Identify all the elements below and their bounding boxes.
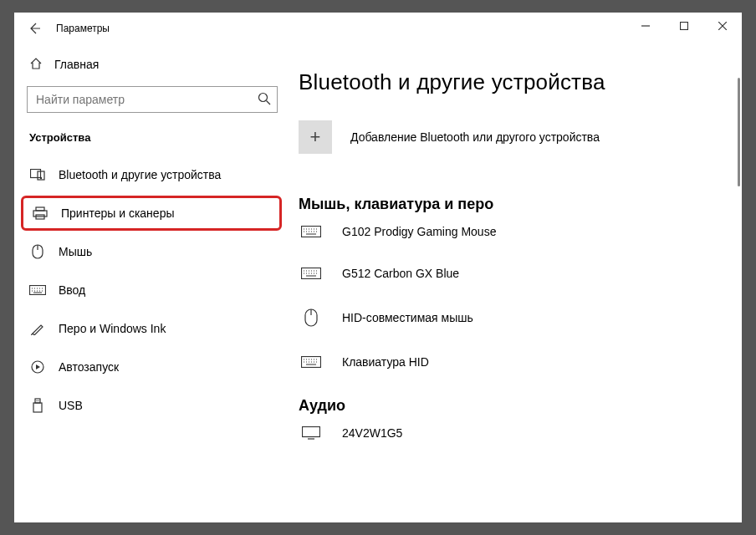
sidebar-item-usb[interactable]: USB — [14, 386, 290, 425]
svg-point-1 — [259, 94, 268, 102]
sidebar-item-label: Перо и Windows Ink — [59, 322, 166, 335]
sidebar-item-pen[interactable]: Перо и Windows Ink — [14, 309, 290, 348]
usb-icon — [29, 398, 46, 413]
add-device-label: Добавление Bluetooth или другого устройс… — [350, 130, 600, 144]
device-label: HID-совместимая мышь — [342, 311, 473, 324]
page-title: Bluetooth и другие устройства — [299, 69, 733, 95]
window-body: Главная Устройства Bluetooth и другие ус… — [14, 44, 742, 522]
section-audio: Аудио — [299, 397, 733, 415]
keyboard-icon — [29, 285, 46, 295]
sidebar-item-label: Автозапуск — [59, 360, 119, 374]
close-button[interactable] — [703, 13, 742, 39]
scrollbar[interactable] — [738, 78, 740, 186]
svg-rect-0 — [681, 23, 688, 30]
device-item[interactable]: G102 Prodigy Gaming Mouse — [299, 225, 733, 238]
sidebar-home-label: Главная — [54, 58, 99, 71]
minimize-icon — [641, 22, 650, 30]
sidebar-item-label: Ввод — [59, 283, 85, 297]
device-item[interactable]: Клавиатура HID — [299, 355, 733, 369]
sidebar-home[interactable]: Главная — [14, 48, 290, 81]
device-label: G102 Prodigy Gaming Mouse — [342, 225, 496, 238]
svg-rect-12 — [33, 403, 42, 412]
sidebar-item-label: USB — [59, 399, 83, 412]
pen-icon — [29, 322, 46, 335]
plus-icon: + — [299, 120, 332, 154]
svg-rect-2 — [31, 170, 41, 178]
sidebar-section-label: Устройства — [14, 120, 290, 155]
main-panel: Bluetooth и другие устройства + Добавлен… — [290, 44, 742, 522]
device-label: 24V2W1G5 — [342, 426, 402, 440]
autoplay-icon — [29, 360, 46, 374]
device-label: Клавиатура HID — [342, 355, 429, 369]
device-item[interactable]: G512 Carbon GX Blue — [299, 267, 733, 280]
svg-rect-9 — [30, 286, 46, 295]
sidebar-item-label: Мышь — [59, 245, 92, 258]
svg-rect-11 — [35, 399, 40, 403]
settings-window: Параметры Главная Устройства — [14, 13, 742, 522]
add-device-button[interactable]: + Добавление Bluetooth или другого устро… — [299, 120, 733, 154]
device-item[interactable]: 24V2W1G5 — [299, 426, 733, 440]
titlebar: Параметры — [14, 13, 742, 44]
sidebar-item-autoplay[interactable]: Автозапуск — [14, 348, 290, 386]
maximize-icon — [680, 22, 688, 30]
maximize-button[interactable] — [665, 13, 703, 39]
keyboard-icon — [299, 356, 324, 368]
close-icon — [718, 22, 727, 30]
sidebar-item-bluetooth[interactable]: Bluetooth и другие устройства — [14, 155, 290, 194]
device-item[interactable]: HID-совместимая мышь — [299, 308, 733, 327]
sidebar-item-typing[interactable]: Ввод — [14, 271, 290, 309]
mouse-icon — [29, 244, 46, 259]
arrow-left-icon — [28, 22, 41, 35]
section-mouse-keyboard: Мышь, клавиатура и перо — [299, 196, 733, 213]
minimize-button[interactable] — [626, 13, 665, 39]
search-wrap — [27, 86, 278, 113]
keyboard-icon — [299, 268, 324, 279]
back-button[interactable] — [18, 13, 51, 44]
sidebar: Главная Устройства Bluetooth и другие ус… — [14, 44, 290, 522]
monitor-icon — [299, 426, 324, 440]
devices-icon — [29, 169, 46, 181]
svg-rect-17 — [303, 427, 320, 437]
svg-rect-5 — [36, 207, 44, 211]
keyboard-icon — [299, 226, 324, 237]
search-icon — [258, 92, 271, 109]
window-title: Параметры — [56, 23, 110, 34]
search-input[interactable] — [27, 86, 278, 113]
sidebar-item-mouse[interactable]: Мышь — [14, 232, 290, 271]
printer-icon — [32, 206, 49, 220]
window-controls — [626, 13, 742, 39]
sidebar-item-label: Принтеры и сканеры — [61, 206, 174, 220]
sidebar-item-label: Bluetooth и другие устройства — [59, 168, 221, 181]
sidebar-item-printers[interactable]: Принтеры и сканеры — [21, 196, 282, 231]
home-icon — [29, 57, 43, 73]
svg-point-4 — [40, 177, 41, 178]
device-label: G512 Carbon GX Blue — [342, 267, 459, 280]
mouse-icon — [299, 308, 324, 327]
